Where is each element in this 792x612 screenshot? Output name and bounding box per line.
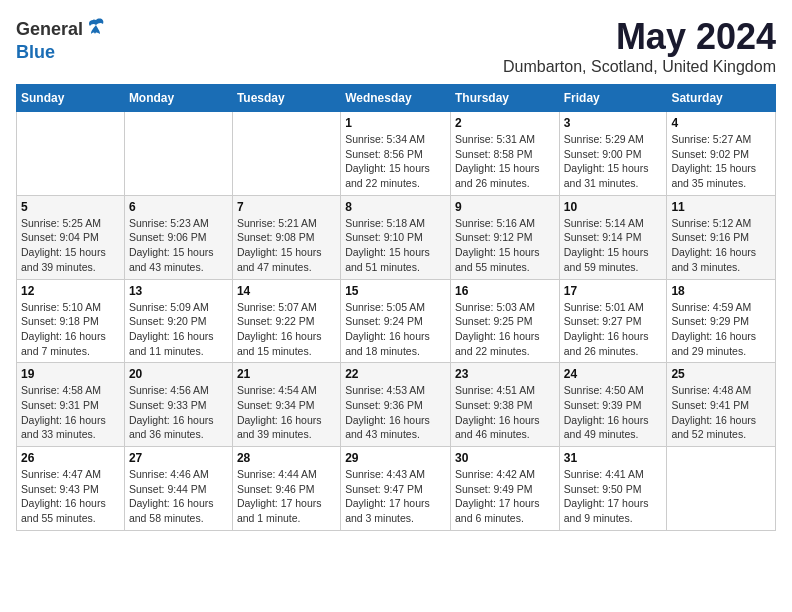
calendar-day-9: 9Sunrise: 5:16 AM Sunset: 9:12 PM Daylig… xyxy=(450,195,559,279)
calendar-day-4: 4Sunrise: 5:27 AM Sunset: 9:02 PM Daylig… xyxy=(667,112,776,196)
calendar-day-3: 3Sunrise: 5:29 AM Sunset: 9:00 PM Daylig… xyxy=(559,112,667,196)
calendar-day-19: 19Sunrise: 4:58 AM Sunset: 9:31 PM Dayli… xyxy=(17,363,125,447)
calendar-day-22: 22Sunrise: 4:53 AM Sunset: 9:36 PM Dayli… xyxy=(341,363,451,447)
day-number: 25 xyxy=(671,367,771,381)
calendar-week-row: 26Sunrise: 4:47 AM Sunset: 9:43 PM Dayli… xyxy=(17,447,776,531)
day-info: Sunrise: 5:27 AM Sunset: 9:02 PM Dayligh… xyxy=(671,132,771,191)
day-number: 9 xyxy=(455,200,555,214)
day-info: Sunrise: 4:44 AM Sunset: 9:46 PM Dayligh… xyxy=(237,467,336,526)
calendar-day-15: 15Sunrise: 5:05 AM Sunset: 9:24 PM Dayli… xyxy=(341,279,451,363)
logo: General Blue xyxy=(16,16,107,63)
calendar-day-2: 2Sunrise: 5:31 AM Sunset: 8:58 PM Daylig… xyxy=(450,112,559,196)
day-number: 31 xyxy=(564,451,663,465)
day-number: 10 xyxy=(564,200,663,214)
day-number: 7 xyxy=(237,200,336,214)
day-number: 28 xyxy=(237,451,336,465)
calendar-day-23: 23Sunrise: 4:51 AM Sunset: 9:38 PM Dayli… xyxy=(450,363,559,447)
title-area: May 2024 Dumbarton, Scotland, United Kin… xyxy=(503,16,776,76)
day-info: Sunrise: 5:18 AM Sunset: 9:10 PM Dayligh… xyxy=(345,216,446,275)
month-title: May 2024 xyxy=(503,16,776,58)
location-title: Dumbarton, Scotland, United Kingdom xyxy=(503,58,776,76)
calendar-day-21: 21Sunrise: 4:54 AM Sunset: 9:34 PM Dayli… xyxy=(232,363,340,447)
day-number: 6 xyxy=(129,200,228,214)
calendar-empty-cell xyxy=(232,112,340,196)
day-info: Sunrise: 4:53 AM Sunset: 9:36 PM Dayligh… xyxy=(345,383,446,442)
calendar-day-10: 10Sunrise: 5:14 AM Sunset: 9:14 PM Dayli… xyxy=(559,195,667,279)
day-info: Sunrise: 5:29 AM Sunset: 9:00 PM Dayligh… xyxy=(564,132,663,191)
weekday-header-friday: Friday xyxy=(559,85,667,112)
calendar-day-11: 11Sunrise: 5:12 AM Sunset: 9:16 PM Dayli… xyxy=(667,195,776,279)
weekday-header-saturday: Saturday xyxy=(667,85,776,112)
calendar-day-6: 6Sunrise: 5:23 AM Sunset: 9:06 PM Daylig… xyxy=(124,195,232,279)
day-info: Sunrise: 5:25 AM Sunset: 9:04 PM Dayligh… xyxy=(21,216,120,275)
weekday-header-sunday: Sunday xyxy=(17,85,125,112)
calendar-day-13: 13Sunrise: 5:09 AM Sunset: 9:20 PM Dayli… xyxy=(124,279,232,363)
day-number: 27 xyxy=(129,451,228,465)
header: General Blue May 2024 Dumbarton, Scotlan… xyxy=(16,16,776,76)
calendar-day-18: 18Sunrise: 4:59 AM Sunset: 9:29 PM Dayli… xyxy=(667,279,776,363)
day-info: Sunrise: 5:31 AM Sunset: 8:58 PM Dayligh… xyxy=(455,132,555,191)
day-info: Sunrise: 4:56 AM Sunset: 9:33 PM Dayligh… xyxy=(129,383,228,442)
day-number: 19 xyxy=(21,367,120,381)
logo-general-text: General xyxy=(16,19,83,40)
day-info: Sunrise: 4:42 AM Sunset: 9:49 PM Dayligh… xyxy=(455,467,555,526)
day-number: 2 xyxy=(455,116,555,130)
day-info: Sunrise: 4:50 AM Sunset: 9:39 PM Dayligh… xyxy=(564,383,663,442)
day-number: 3 xyxy=(564,116,663,130)
day-number: 20 xyxy=(129,367,228,381)
day-number: 26 xyxy=(21,451,120,465)
calendar-day-1: 1Sunrise: 5:34 AM Sunset: 8:56 PM Daylig… xyxy=(341,112,451,196)
day-info: Sunrise: 4:54 AM Sunset: 9:34 PM Dayligh… xyxy=(237,383,336,442)
day-number: 4 xyxy=(671,116,771,130)
day-info: Sunrise: 5:09 AM Sunset: 9:20 PM Dayligh… xyxy=(129,300,228,359)
logo-bird-icon xyxy=(85,16,107,42)
day-number: 11 xyxy=(671,200,771,214)
day-number: 22 xyxy=(345,367,446,381)
day-number: 5 xyxy=(21,200,120,214)
calendar-week-row: 12Sunrise: 5:10 AM Sunset: 9:18 PM Dayli… xyxy=(17,279,776,363)
calendar-day-26: 26Sunrise: 4:47 AM Sunset: 9:43 PM Dayli… xyxy=(17,447,125,531)
day-number: 30 xyxy=(455,451,555,465)
day-number: 12 xyxy=(21,284,120,298)
day-info: Sunrise: 4:58 AM Sunset: 9:31 PM Dayligh… xyxy=(21,383,120,442)
day-number: 14 xyxy=(237,284,336,298)
day-number: 13 xyxy=(129,284,228,298)
calendar-day-30: 30Sunrise: 4:42 AM Sunset: 9:49 PM Dayli… xyxy=(450,447,559,531)
day-number: 1 xyxy=(345,116,446,130)
day-info: Sunrise: 5:10 AM Sunset: 9:18 PM Dayligh… xyxy=(21,300,120,359)
calendar-table: SundayMondayTuesdayWednesdayThursdayFrid… xyxy=(16,84,776,531)
calendar-empty-cell xyxy=(124,112,232,196)
day-number: 17 xyxy=(564,284,663,298)
day-info: Sunrise: 4:46 AM Sunset: 9:44 PM Dayligh… xyxy=(129,467,228,526)
calendar-day-24: 24Sunrise: 4:50 AM Sunset: 9:39 PM Dayli… xyxy=(559,363,667,447)
day-number: 15 xyxy=(345,284,446,298)
day-number: 8 xyxy=(345,200,446,214)
calendar-day-5: 5Sunrise: 5:25 AM Sunset: 9:04 PM Daylig… xyxy=(17,195,125,279)
day-info: Sunrise: 5:07 AM Sunset: 9:22 PM Dayligh… xyxy=(237,300,336,359)
day-info: Sunrise: 4:48 AM Sunset: 9:41 PM Dayligh… xyxy=(671,383,771,442)
day-info: Sunrise: 5:01 AM Sunset: 9:27 PM Dayligh… xyxy=(564,300,663,359)
day-number: 21 xyxy=(237,367,336,381)
calendar-week-row: 19Sunrise: 4:58 AM Sunset: 9:31 PM Dayli… xyxy=(17,363,776,447)
calendar-day-7: 7Sunrise: 5:21 AM Sunset: 9:08 PM Daylig… xyxy=(232,195,340,279)
day-info: Sunrise: 5:05 AM Sunset: 9:24 PM Dayligh… xyxy=(345,300,446,359)
day-number: 18 xyxy=(671,284,771,298)
day-info: Sunrise: 5:14 AM Sunset: 9:14 PM Dayligh… xyxy=(564,216,663,275)
day-info: Sunrise: 5:03 AM Sunset: 9:25 PM Dayligh… xyxy=(455,300,555,359)
calendar-day-8: 8Sunrise: 5:18 AM Sunset: 9:10 PM Daylig… xyxy=(341,195,451,279)
calendar-day-20: 20Sunrise: 4:56 AM Sunset: 9:33 PM Dayli… xyxy=(124,363,232,447)
day-info: Sunrise: 4:41 AM Sunset: 9:50 PM Dayligh… xyxy=(564,467,663,526)
day-info: Sunrise: 4:47 AM Sunset: 9:43 PM Dayligh… xyxy=(21,467,120,526)
day-info: Sunrise: 5:21 AM Sunset: 9:08 PM Dayligh… xyxy=(237,216,336,275)
day-number: 23 xyxy=(455,367,555,381)
day-info: Sunrise: 4:43 AM Sunset: 9:47 PM Dayligh… xyxy=(345,467,446,526)
calendar-day-25: 25Sunrise: 4:48 AM Sunset: 9:41 PM Dayli… xyxy=(667,363,776,447)
calendar-empty-cell xyxy=(17,112,125,196)
day-info: Sunrise: 5:16 AM Sunset: 9:12 PM Dayligh… xyxy=(455,216,555,275)
calendar-day-28: 28Sunrise: 4:44 AM Sunset: 9:46 PM Dayli… xyxy=(232,447,340,531)
calendar-day-12: 12Sunrise: 5:10 AM Sunset: 9:18 PM Dayli… xyxy=(17,279,125,363)
calendar-week-row: 1Sunrise: 5:34 AM Sunset: 8:56 PM Daylig… xyxy=(17,112,776,196)
weekday-header-thursday: Thursday xyxy=(450,85,559,112)
day-info: Sunrise: 5:12 AM Sunset: 9:16 PM Dayligh… xyxy=(671,216,771,275)
day-number: 24 xyxy=(564,367,663,381)
